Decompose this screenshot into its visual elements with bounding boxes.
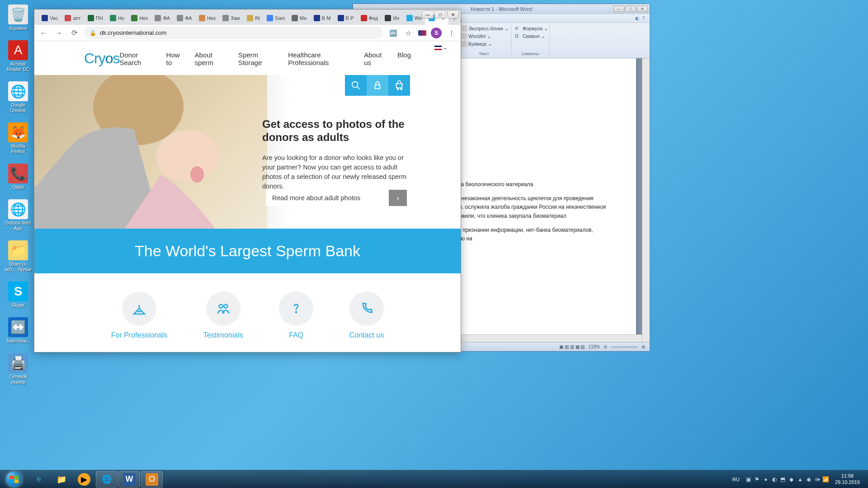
chrome-close-button[interactable]: ✕ bbox=[447, 10, 459, 19]
ribbon-equation-button[interactable]: πФормула ⌄ bbox=[514, 25, 549, 32]
tray-icon[interactable]: ◉ bbox=[805, 476, 812, 483]
browser-tab[interactable]: IN bbox=[243, 11, 263, 25]
circle-icon bbox=[279, 291, 313, 326]
ribbon-wordart-button[interactable]: WordArt ⌄ bbox=[460, 33, 492, 40]
nav-link[interactable]: Blog bbox=[397, 51, 411, 66]
language-indicator[interactable]: RU bbox=[730, 477, 742, 482]
back-button[interactable]: ← bbox=[38, 28, 49, 38]
word-zoom-in[interactable]: ⊕ bbox=[642, 344, 645, 349]
desktop-icon-acrobat[interactable]: AAcrobat Reader DC bbox=[5, 40, 32, 72]
cart-icon[interactable] bbox=[388, 75, 410, 96]
logo[interactable]: Cryos bbox=[84, 50, 120, 67]
login-icon[interactable] bbox=[367, 75, 388, 96]
language-selector[interactable]: ⌄ bbox=[434, 45, 447, 51]
browser-tab[interactable]: Нез bbox=[195, 11, 219, 25]
browser-tab[interactable]: Зам bbox=[219, 11, 243, 25]
system-tray: RU ▣ ⚑ ● ◐ ⬒ ◆ ▲ ◉ 🕪 📶 11:58 29.10.2019 bbox=[730, 473, 866, 485]
chrome-toolbar: ← → ⟳ 🔒 dk.cryosinternational.com 🔤 ☆ S … bbox=[34, 25, 461, 41]
browser-tab[interactable]: Ин bbox=[381, 11, 402, 25]
quick-link[interactable]: Testimonials bbox=[203, 291, 243, 339]
quick-link[interactable]: Contact us bbox=[349, 291, 384, 339]
nav-link[interactable]: How to bbox=[166, 51, 185, 66]
desktop-icon-outlook-web[interactable]: 🌐Outlook Web App bbox=[5, 199, 32, 231]
browser-tab[interactable]: В Р bbox=[334, 11, 357, 25]
word-close-button[interactable]: ✕ bbox=[637, 6, 648, 12]
word-vertical-scrollbar[interactable] bbox=[642, 58, 650, 342]
reload-button[interactable]: ⟳ bbox=[69, 28, 80, 38]
translate-icon[interactable]: 🔤 bbox=[387, 28, 398, 38]
favicon bbox=[88, 15, 94, 21]
address-bar[interactable]: 🔒 dk.cryosinternational.com bbox=[84, 27, 383, 39]
browser-tab[interactable]: ПН bbox=[84, 11, 106, 25]
ribbon-dropcap-button[interactable]: Буквица ⌄ bbox=[460, 40, 493, 47]
word-zoom-level[interactable]: 110% bbox=[588, 344, 600, 349]
browser-tab[interactable]: Но bbox=[106, 11, 127, 25]
tray-icon[interactable]: ⬒ bbox=[779, 476, 787, 483]
word-zoom-out[interactable]: ⊖ bbox=[604, 344, 607, 349]
taskbar-explorer[interactable]: 📁 bbox=[51, 471, 72, 488]
browser-tab[interactable]: Ме bbox=[288, 11, 310, 25]
nav-link[interactable]: Donor Search bbox=[120, 51, 156, 66]
browser-tab[interactable]: Нез bbox=[127, 11, 151, 25]
desktop-icon-share-folder[interactable]: 📁Share (s-ad1) - Ярлык bbox=[5, 240, 32, 272]
nav-link[interactable]: Sperm Storage bbox=[238, 51, 278, 66]
taskbar-chrome[interactable]: 🌐 bbox=[96, 471, 118, 488]
ribbon-quickparts-button[interactable]: Экспресс-блоки ⌄ bbox=[460, 25, 509, 32]
tray-icon[interactable]: ● bbox=[762, 476, 769, 483]
tray-icon[interactable]: ◆ bbox=[788, 476, 795, 483]
browser-tab[interactable]: Фед bbox=[357, 11, 382, 25]
start-button[interactable] bbox=[2, 471, 26, 488]
tray-icon[interactable]: ◐ bbox=[771, 476, 778, 483]
word-view-buttons[interactable]: ▣ ▤ ▥ ▦ ▧ bbox=[559, 344, 585, 349]
browser-tab[interactable]: ФА bbox=[173, 11, 195, 25]
word-minimize-button[interactable]: — bbox=[613, 6, 624, 12]
read-more-button[interactable]: Read more about adult photos › bbox=[266, 190, 407, 206]
menu-button[interactable]: ⋮ bbox=[446, 28, 457, 38]
desktop-icon-chrome[interactable]: 🌐Google Chrome bbox=[5, 81, 32, 113]
nav-link[interactable]: About us bbox=[364, 51, 387, 66]
browser-tab[interactable]: Vac bbox=[38, 11, 61, 25]
tray-icon[interactable]: 🕪 bbox=[814, 476, 821, 483]
desktop-icon-teamviewer[interactable]: ↔️TeamView... bbox=[5, 317, 32, 344]
bookmark-icon[interactable]: ☆ bbox=[403, 28, 414, 38]
circle-icon bbox=[206, 291, 241, 326]
taskbar-ie[interactable]: e bbox=[28, 471, 50, 488]
chrome-minimize-button[interactable]: — bbox=[422, 10, 434, 19]
browser-tab[interactable]: Sam bbox=[263, 11, 288, 25]
favicon bbox=[361, 15, 367, 21]
tray-icon[interactable]: ▲ bbox=[797, 476, 804, 483]
word-help-icon[interactable]: ◐ ？ bbox=[635, 15, 646, 22]
desktop-icon-firefox[interactable]: 🦊Mozilla Firefox bbox=[5, 122, 32, 155]
search-icon[interactable] bbox=[345, 75, 367, 96]
browser-tab[interactable]: апт bbox=[61, 11, 84, 25]
quick-link[interactable]: FAQ bbox=[279, 291, 313, 339]
favicon bbox=[292, 15, 298, 21]
word-zoom-slider[interactable] bbox=[611, 346, 638, 348]
browser-tab[interactable]: ФА bbox=[151, 11, 173, 25]
chrome-window: — □ ✕ VacаптПННоНезФАФАНезЗамINSamМеВ МВ… bbox=[34, 9, 461, 352]
profile-button[interactable]: S bbox=[431, 28, 442, 38]
word-maximize-button[interactable]: □ bbox=[625, 6, 636, 12]
hero-image bbox=[34, 75, 267, 229]
taskbar-outlook[interactable]: O bbox=[141, 471, 163, 488]
desktop-icon-recycle-bin[interactable]: 🗑️Корзина bbox=[5, 5, 32, 31]
forward-button[interactable]: → bbox=[53, 28, 64, 38]
tray-icon[interactable]: ▣ bbox=[745, 476, 752, 483]
chrome-maximize-button[interactable]: □ bbox=[434, 10, 446, 19]
taskbar-word[interactable]: W bbox=[118, 471, 140, 488]
taskbar-media-player[interactable]: ▶ bbox=[73, 471, 95, 488]
browser-tab[interactable]: В М bbox=[310, 11, 334, 25]
favicon bbox=[110, 15, 116, 21]
desktop-icon-oktell[interactable]: 📞Oktell bbox=[5, 164, 32, 190]
ribbon-symbol-button[interactable]: ΩСимвол ⌄ bbox=[514, 33, 546, 40]
favicon bbox=[42, 15, 48, 21]
desktop-icon-network-scanner[interactable]: 🖨️Сетевой сканер bbox=[5, 353, 32, 385]
clock[interactable]: 11:58 29.10.2019 bbox=[832, 473, 863, 485]
tray-icon[interactable]: 📶 bbox=[822, 476, 830, 483]
tray-icon[interactable]: ⚑ bbox=[754, 476, 761, 483]
extension-icon[interactable] bbox=[418, 30, 426, 36]
nav-link[interactable]: About sperm bbox=[194, 51, 228, 66]
nav-link[interactable]: Healthcare Professionals bbox=[288, 51, 354, 66]
quick-link[interactable]: For Professionals bbox=[111, 291, 168, 339]
desktop-icon-skype[interactable]: SSkype bbox=[5, 282, 32, 308]
